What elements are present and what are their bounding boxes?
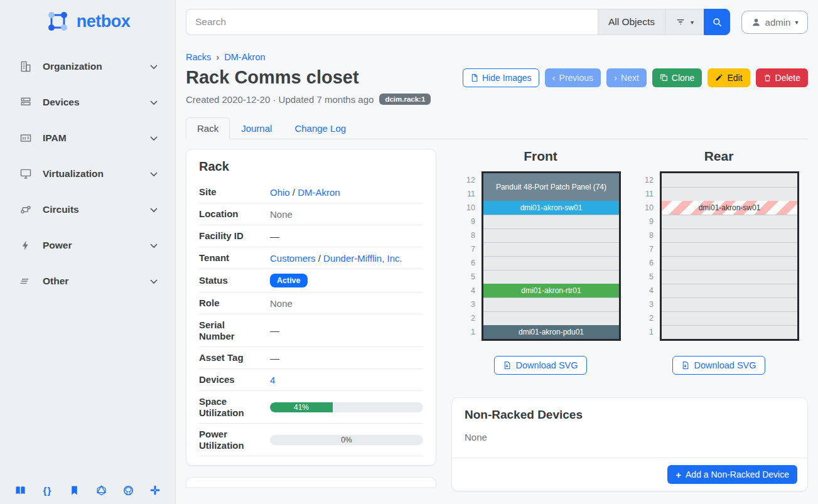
sidebar-item-organization[interactable]: Organization [0, 54, 175, 79]
rack-unit-slot[interactable] [662, 325, 797, 339]
field-row-serial-number: Serial Number — [199, 314, 423, 347]
rack-unit-slot[interactable] [662, 187, 797, 201]
breadcrumb-separator-icon: › [216, 51, 219, 62]
rack-unit-number: 5 [460, 270, 475, 284]
breadcrumb-link-racks[interactable]: Racks [186, 52, 211, 62]
edit-button[interactable]: Edit [708, 68, 750, 87]
rack-unit-slot[interactable] [483, 228, 619, 242]
facility-id-value: — [259, 231, 423, 242]
sidebar-item-circuits[interactable]: Circuits [0, 197, 175, 222]
breadcrumb-link-site[interactable]: DM-Akron [224, 52, 265, 62]
rack-unit-slot[interactable] [483, 256, 619, 270]
site-group-link[interactable]: Ohio [270, 187, 290, 198]
hide-images-button[interactable]: Hide Images [463, 68, 539, 87]
docs-icon[interactable] [14, 484, 26, 496]
rack-device[interactable]: dmi01-akron-sw01 [662, 201, 797, 215]
api-docs-icon[interactable] [68, 484, 80, 496]
chevron-down-icon [149, 240, 159, 250]
site-link[interactable]: DM-Akron [298, 187, 340, 198]
sidebar-item-other[interactable]: Other [0, 269, 175, 294]
rear-download-svg-button[interactable]: Download SVG [672, 356, 765, 375]
rest-api-icon[interactable]: { } [41, 484, 53, 496]
rack-unit-slot[interactable] [662, 228, 797, 242]
rack-unit-slot[interactable] [662, 242, 797, 256]
rear-elevation-title: Rear [704, 149, 734, 164]
front-unit-numbers: 121110987654321 [460, 171, 482, 341]
rack-unit-slot[interactable] [483, 242, 619, 256]
rack-unit-slot[interactable] [662, 173, 797, 187]
circuits-icon [19, 203, 33, 217]
rack-unit-slot[interactable] [483, 215, 619, 228]
other-icon [19, 274, 33, 288]
rack-unit-slot[interactable] [662, 256, 797, 270]
netbox-logo[interactable]: netbox [0, 0, 175, 38]
chevron-left-icon: ‹ [552, 73, 556, 82]
serial-number-value: — [259, 325, 423, 336]
rack-device[interactable]: dmi01-akron-sw01 [483, 201, 619, 215]
rack-unit-number: 7 [460, 242, 475, 256]
rack-device[interactable]: dmi01-akron-rtr01 [483, 284, 619, 298]
file-download-icon [681, 361, 689, 370]
object-type-button[interactable]: All Objects [598, 9, 665, 35]
tab-change-log[interactable]: Change Log [283, 117, 357, 139]
status-badge: Active [270, 274, 308, 287]
rack-device[interactable]: dmi01-akron-pdu01 [483, 325, 619, 339]
sidebar-item-label: Virtualization [43, 168, 149, 180]
tab-rack[interactable]: Rack [186, 117, 230, 139]
rack-unit-slot[interactable] [662, 311, 797, 325]
sidebar-item-devices[interactable]: Devices [0, 90, 175, 115]
search-input[interactable] [186, 9, 598, 35]
sidebar-item-ipam[interactable]: IPAM [0, 126, 175, 151]
sidebar: netbox Organization Devices [0, 0, 176, 504]
rack-unit-slot[interactable] [662, 215, 797, 228]
plus-icon: + [675, 470, 681, 480]
rack-unit-number: 1 [460, 325, 475, 339]
add-non-racked-device-button[interactable]: + Add a Non-Racked Device [667, 465, 797, 484]
non-racked-devices-title: Non-Racked Devices [465, 408, 795, 422]
user-name: admin [765, 17, 791, 28]
previous-button[interactable]: ‹ Previous [545, 68, 601, 87]
rack-device[interactable]: Panduit 48-Port Patch Panel (74) [483, 173, 619, 201]
sidebar-item-label: Other [43, 276, 149, 287]
graphql-icon[interactable] [95, 484, 107, 496]
field-row-location: Location None [199, 203, 423, 225]
netbox-logo-icon [45, 9, 70, 34]
rack-unit-number: 8 [460, 228, 475, 242]
devices-count-link[interactable]: 4 [270, 375, 275, 385]
sidebar-item-power[interactable]: Power [0, 233, 175, 258]
devices-icon [19, 95, 33, 109]
rack-panel: Rack Site Ohio / DM-Akron Location None [186, 149, 436, 466]
copy-icon [660, 73, 668, 82]
rack-unit-slot[interactable] [483, 270, 619, 284]
rack-unit-slot[interactable] [662, 270, 797, 284]
front-elevation-title: Front [524, 149, 557, 164]
tenant-link[interactable]: Dunder-Mifflin, Inc. [323, 253, 402, 264]
delete-button[interactable]: Delete [756, 68, 808, 87]
tenant-group-link[interactable]: Customers [270, 253, 316, 264]
rack-unit-slot[interactable] [662, 284, 797, 298]
sidebar-item-virtualization[interactable]: Virtualization [0, 161, 175, 186]
rack-unit-number: 1 [638, 325, 654, 339]
front-download-svg-button[interactable]: Download SVG [494, 356, 586, 375]
sidebar-nav: Organization Devices IPAM [0, 54, 175, 294]
sidebar-footer: { } [0, 484, 175, 496]
netbox-logo-text: netbox [77, 12, 131, 31]
field-row-devices: Devices 4 [199, 369, 423, 391]
field-row-facility-id: Facility ID — [199, 225, 423, 247]
rack-unit-slot[interactable] [483, 298, 619, 311]
global-search: All Objects ▾ [186, 9, 730, 35]
user-menu-button[interactable]: admin ▾ [741, 11, 808, 34]
tab-journal[interactable]: Journal [230, 117, 283, 139]
github-icon[interactable] [122, 484, 134, 496]
clone-button[interactable]: Clone [652, 68, 702, 87]
slack-icon[interactable] [149, 484, 161, 496]
search-button[interactable] [704, 9, 730, 35]
rack-unit-slot[interactable] [483, 311, 619, 325]
next-button[interactable]: › Next [606, 68, 647, 87]
rack-unit-slot[interactable] [662, 298, 797, 311]
filter-button[interactable]: ▾ [665, 9, 704, 35]
sidebar-item-label: Devices [43, 97, 149, 108]
front-elevation: Front 121110987654321 Panduit 48-Port Pa… [451, 149, 630, 375]
object-id-badge: dcim.rack:1 [379, 94, 431, 105]
ipam-icon [19, 131, 33, 145]
